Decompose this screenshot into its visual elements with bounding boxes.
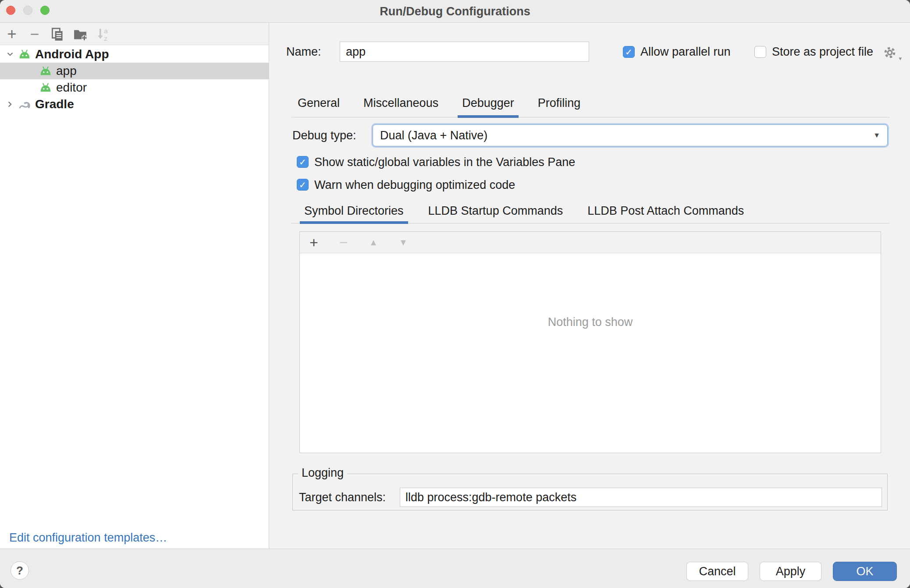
show-static-globals-label: Show static/global variables in the Vari… xyxy=(314,153,575,171)
target-channels-label: Target channels: xyxy=(299,487,386,507)
subtab-symbol-directories[interactable]: Symbol Directories xyxy=(303,204,405,223)
run-debug-configurations-dialog: Run/Debug Configurations + − xyxy=(0,0,910,588)
remove-row-icon[interactable]: − xyxy=(336,234,352,251)
show-static-globals-checkbox[interactable] xyxy=(297,156,309,168)
subtab-lldb-post-attach-commands[interactable]: LLDB Post Attach Commands xyxy=(587,204,745,223)
gradle-icon xyxy=(18,99,32,110)
svg-text:z: z xyxy=(104,35,107,42)
ok-button[interactable]: OK xyxy=(833,562,897,581)
logging-legend: Logging xyxy=(298,466,347,480)
window-title: Run/Debug Configurations xyxy=(0,0,910,23)
tree-group-label: Android App xyxy=(35,47,109,61)
android-icon xyxy=(39,66,53,77)
configuration-tabs: General Miscellaneous Debugger Profiling xyxy=(297,96,581,117)
store-as-project-file-label: Store as project file xyxy=(772,41,873,62)
cancel-button[interactable]: Cancel xyxy=(686,562,748,581)
tree-item-label: editor xyxy=(56,81,87,95)
name-input[interactable] xyxy=(340,42,589,62)
store-settings-gear-icon[interactable]: ▾ xyxy=(882,45,902,60)
chevron-down-icon: ▼ xyxy=(873,125,880,146)
tree-group-android-app[interactable]: Android App xyxy=(0,46,269,63)
target-channels-input[interactable] xyxy=(400,488,882,507)
debug-type-value: Dual (Java + Native) xyxy=(380,125,487,146)
allow-parallel-run-checkbox[interactable] xyxy=(623,46,635,58)
debugger-subtabs: Symbol Directories LLDB Startup Commands… xyxy=(303,204,745,223)
tree-group-label: Gradle xyxy=(35,97,74,111)
android-icon xyxy=(18,49,32,60)
configuration-editor-pane: Name: Allow parallel run Store as projec… xyxy=(270,23,910,549)
tab-general[interactable]: General xyxy=(297,96,341,117)
empty-table-message: Nothing to show xyxy=(300,315,881,329)
debug-type-label: Debug type: xyxy=(292,125,356,145)
tab-miscellaneous[interactable]: Miscellaneous xyxy=(363,96,439,117)
tab-profiling[interactable]: Profiling xyxy=(537,96,582,117)
move-up-icon[interactable]: ▲ xyxy=(366,234,381,251)
move-down-icon[interactable]: ▼ xyxy=(395,234,411,251)
help-button[interactable]: ? xyxy=(11,561,29,580)
android-icon xyxy=(39,82,53,93)
chevron-right-icon[interactable] xyxy=(4,100,16,109)
subtab-lldb-startup-commands[interactable]: LLDB Startup Commands xyxy=(427,204,564,223)
apply-button[interactable]: Apply xyxy=(760,562,821,581)
remove-configuration-icon[interactable]: − xyxy=(26,25,43,43)
configurations-tree: Android App app xyxy=(0,46,269,113)
action-buttons: Cancel Apply OK xyxy=(686,562,897,581)
store-as-project-file-checkbox[interactable] xyxy=(754,46,766,58)
chevron-down-icon: ▾ xyxy=(899,55,902,62)
debug-type-dropdown[interactable]: Dual (Java + Native) ▼ xyxy=(373,124,888,146)
configurations-sidebar: + − xyxy=(0,23,269,549)
tab-debugger[interactable]: Debugger xyxy=(461,96,515,117)
copy-configuration-icon[interactable] xyxy=(49,25,66,43)
sidebar-toolbar: + − xyxy=(0,23,269,45)
title-bar: Run/Debug Configurations xyxy=(0,0,910,23)
allow-parallel-run-label: Allow parallel run xyxy=(640,41,731,62)
symbol-directories-table: + − ▲ ▼ Nothing to show xyxy=(299,231,881,453)
new-folder-icon[interactable] xyxy=(72,25,89,43)
tree-item-editor[interactable]: editor xyxy=(0,79,269,96)
add-row-icon[interactable]: + xyxy=(306,234,322,251)
name-label: Name: xyxy=(286,41,321,62)
sort-alphabetically-icon[interactable]: a z xyxy=(95,25,111,43)
symbol-table-toolbar: + − ▲ ▼ xyxy=(300,232,881,253)
tree-item-label: app xyxy=(56,64,77,78)
svg-text:a: a xyxy=(104,27,108,34)
add-configuration-icon[interactable]: + xyxy=(4,25,20,43)
dialog-footer: ? Cancel Apply OK xyxy=(0,549,910,588)
logging-group: Logging Target channels: xyxy=(292,474,888,510)
warn-optimized-code-label: Warn when debugging optimized code xyxy=(314,176,515,194)
chevron-down-icon[interactable] xyxy=(4,50,16,59)
tabs-divider xyxy=(291,117,890,117)
edit-configuration-templates-link[interactable]: Edit configuration templates… xyxy=(9,529,167,546)
tree-item-app[interactable]: app xyxy=(0,63,269,79)
warn-optimized-code-checkbox[interactable] xyxy=(297,179,309,191)
tree-group-gradle[interactable]: Gradle xyxy=(0,96,269,113)
